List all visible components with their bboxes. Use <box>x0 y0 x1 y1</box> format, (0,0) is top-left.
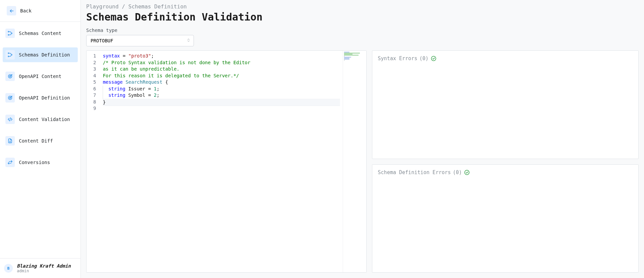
schema-errors-label: Schema Definition Errors <box>378 169 451 175</box>
footer-name: Blazing Kraft Admin <box>17 263 71 269</box>
back-label: Back <box>20 8 32 13</box>
line-number: 7 <box>93 92 96 99</box>
avatar: B <box>4 264 13 273</box>
sidebar-item-content-diff[interactable]: Content Diff <box>3 133 78 148</box>
code-icon <box>5 115 15 124</box>
code-line[interactable]: string Symbol = 2; <box>103 92 340 99</box>
sidebar-item-label: Schemas Definition <box>19 52 70 57</box>
sidebar-item-openapi-definition[interactable]: OpenAPI Definition <box>3 90 78 105</box>
editor-body[interactable]: syntax = "proto3";/* Proto Syntax valida… <box>100 51 343 272</box>
schema-errors-header: Schema Definition Errors (0) <box>378 169 633 175</box>
schema-type-label: Schema type <box>86 28 639 33</box>
line-number: 1 <box>93 53 96 59</box>
line-number: 3 <box>93 66 96 73</box>
sidebar-item-label: OpenAPI Definition <box>19 95 70 101</box>
sidebar-item-schemas-content[interactable]: Schemas Content <box>3 26 78 41</box>
code-line[interactable]: syntax = "proto3"; <box>103 53 340 59</box>
line-number: 5 <box>93 79 96 86</box>
editor-minimap[interactable] <box>343 51 366 272</box>
validation-panels: Syntax Errors (0) Schema Definition Erro… <box>372 50 639 273</box>
line-number: 8 <box>93 99 96 106</box>
sidebar-item-label: Content Validation <box>19 117 70 122</box>
line-number: 9 <box>93 105 96 112</box>
breadcrumb-leaf[interactable]: Schemas Definition <box>128 3 187 10</box>
line-number: 4 <box>93 73 96 79</box>
check-circle-icon <box>431 55 437 62</box>
swap-icon <box>5 158 15 167</box>
sidebar-item-label: OpenAPI Content <box>19 74 61 79</box>
svg-line-11 <box>10 118 11 121</box>
syntax-errors-panel: Syntax Errors (0) <box>372 50 639 159</box>
sidebar-back-section: Back <box>0 0 80 22</box>
code-line[interactable]: message SearchRequest { <box>103 79 340 86</box>
breadcrumb: Playground / Schemas Definition <box>86 3 639 10</box>
target-icon <box>5 72 15 81</box>
footer-user: Blazing Kraft Admin admin <box>17 263 71 273</box>
main-content: Playground / Schemas Definition Schemas … <box>81 0 644 278</box>
breadcrumb-sep: / <box>122 3 125 10</box>
schema-type-select[interactable]: PROTOBUF <box>86 35 194 46</box>
syntax-errors-header: Syntax Errors (0) <box>378 55 633 62</box>
svg-point-6 <box>11 54 12 55</box>
check-circle-icon <box>464 169 470 175</box>
svg-point-3 <box>11 33 12 34</box>
code-line[interactable]: string Issuer = 1; <box>103 86 340 92</box>
syntax-errors-count: (0) <box>419 55 429 62</box>
sidebar-item-conversions[interactable]: Conversions <box>3 155 78 170</box>
code-line[interactable]: For this reason it is delegated to the S… <box>103 73 340 79</box>
sidebar-item-schemas-definition[interactable]: Schemas Definition <box>3 47 78 62</box>
sidebar-item-content-validation[interactable]: Content Validation <box>3 112 78 127</box>
arrow-left-icon <box>7 6 16 15</box>
schema-errors-count: (0) <box>453 169 462 175</box>
code-editor[interactable]: 123456789 syntax = "proto3";/* Proto Syn… <box>86 50 367 273</box>
page-title: Schemas Definition Validation <box>86 11 639 23</box>
tree-icon <box>5 29 15 38</box>
code-line[interactable]: } <box>103 99 340 106</box>
app-root: Back Schemas ContentSchemas DefinitionOp… <box>0 0 644 278</box>
sidebar-footer[interactable]: B Blazing Kraft Admin admin <box>0 258 80 278</box>
line-number: 2 <box>93 59 96 66</box>
sidebar-item-openapi-content[interactable]: OpenAPI Content <box>3 69 78 84</box>
editor-gutter: 123456789 <box>87 51 100 272</box>
sidebar: Back Schemas ContentSchemas DefinitionOp… <box>0 0 81 278</box>
svg-point-17 <box>465 170 469 175</box>
syntax-errors-label: Syntax Errors <box>378 55 417 62</box>
code-line[interactable]: as it can be unpredictable. <box>103 66 340 73</box>
code-line[interactable]: /* Proto Syntax validation is not done b… <box>103 59 340 66</box>
line-number: 6 <box>93 86 96 92</box>
sidebar-item-label: Conversions <box>19 160 50 165</box>
svg-point-16 <box>431 56 436 61</box>
breadcrumb-root[interactable]: Playground <box>86 3 118 10</box>
back-button[interactable]: Back <box>4 3 76 18</box>
sidebar-item-label: Schemas Content <box>19 31 61 36</box>
file-icon <box>5 136 15 146</box>
footer-role: admin <box>17 269 71 273</box>
sidebar-nav: Schemas ContentSchemas DefinitionOpenAPI… <box>0 22 80 179</box>
tree-icon <box>5 50 15 59</box>
sidebar-scroll: Back Schemas ContentSchemas DefinitionOp… <box>0 0 80 258</box>
target-icon <box>5 93 15 103</box>
workspace: 123456789 syntax = "proto3";/* Proto Syn… <box>86 50 639 273</box>
schema-errors-panel: Schema Definition Errors (0) <box>372 164 639 273</box>
schema-type-select-wrap: PROTOBUF <box>86 35 194 46</box>
sidebar-item-label: Content Diff <box>19 138 53 144</box>
